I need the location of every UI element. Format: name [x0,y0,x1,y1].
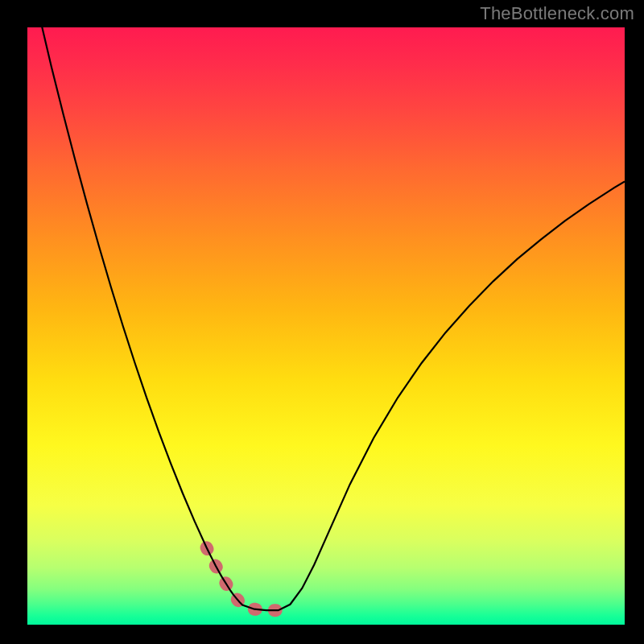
watermark-label: TheBottleneck.com [480,3,634,24]
chart-svg [27,27,625,625]
plot-area [27,27,625,625]
plot-frame: TheBottleneck.com [0,0,644,644]
gradient-background [27,27,625,625]
